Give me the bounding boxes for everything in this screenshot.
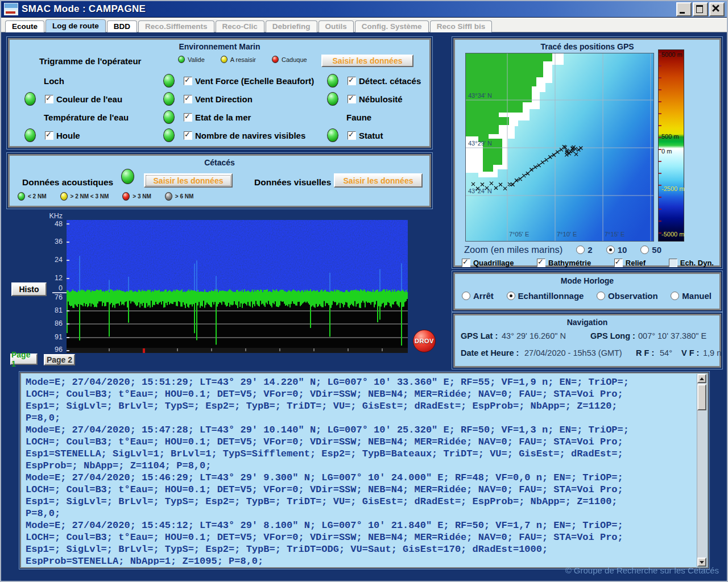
environment-grid: Loch Vent Force (Echelle Beaufort) Détec… [16, 72, 424, 144]
legend-item: > 3 NM [122, 192, 151, 201]
rf-label: R F : [636, 348, 654, 357]
status-led [327, 92, 338, 106]
acoustic-enter-data-button[interactable]: Saisir les données [144, 173, 233, 188]
depth-colorbar: 5000 m 500 m 0 m -2500 m -5000 m [658, 49, 684, 242]
clock-mode-option[interactable]: Echantillonnage [507, 291, 584, 301]
log-line: P=8,0; [26, 508, 695, 519]
clock-mode-option[interactable]: Observation [597, 291, 658, 301]
radio-icon[interactable] [507, 292, 515, 300]
cetaceans-panel: Cétacés Données acoustiques Saisir les d… [8, 154, 431, 207]
checkbox[interactable] [184, 77, 192, 85]
clock-mode-option[interactable]: Manuel [671, 291, 712, 301]
close-button[interactable] [709, 2, 725, 16]
environment-panel: Environnement Marin Trigramme de l'opéra… [8, 38, 431, 148]
lon-label: 7°15' E [605, 231, 624, 238]
minimize-button[interactable] [676, 2, 692, 16]
histo-button[interactable]: Histo [11, 282, 47, 296]
lat-label: 43°29' N [468, 140, 492, 147]
level-tick: 81 [48, 306, 63, 314]
checkbox[interactable] [348, 77, 356, 85]
item-label: Houle [56, 131, 80, 140]
zoom-option[interactable]: 50 [640, 245, 661, 255]
log-line: Esp1=; SigLvl=; BrLvl=; TypS=; Esp2=; Ty… [26, 496, 695, 508]
item-label: Couleur de l'eau [56, 94, 122, 104]
radio-icon[interactable] [606, 246, 615, 254]
legend-item: Caduque [272, 56, 307, 63]
page2-button[interactable]: Page 2 [44, 354, 75, 365]
lon-label: 7°05' E [509, 231, 529, 238]
scroll-up-button[interactable] [697, 374, 706, 383]
radio-icon[interactable] [597, 292, 605, 300]
checkbox[interactable] [462, 259, 470, 267]
zoom-options: 21050 [576, 245, 661, 255]
env-enter-data-button[interactable]: Saisir les données [321, 55, 413, 67]
checkbox[interactable] [614, 259, 623, 267]
maximize-button[interactable] [693, 2, 708, 16]
tab[interactable]: Reco Siffl bis [430, 20, 493, 32]
log-line: Esp1=; SigLvl=; BrLvl=; TypS=; Esp2=; Ty… [26, 400, 695, 412]
map-layer-toggles: QuadrillageBathymétrieReliefEch. Dyn. [462, 259, 714, 267]
item-label: Etat de la mer [195, 113, 251, 122]
layer-toggle[interactable]: Bathymétrie [537, 259, 591, 267]
log-scrollbar[interactable] [697, 374, 707, 567]
log-line: EspProb=STENELLA; NbApp=1; Z=1095; P=8,0… [26, 555, 695, 565]
drov-button[interactable]: DROV [413, 330, 436, 352]
window-title: SMAC Mode : CAMPAGNE [22, 3, 146, 15]
legend-item: > 2 NM < 3 NM [60, 192, 109, 201]
depth-label: -2500 m [661, 185, 684, 192]
checkbox[interactable] [45, 131, 53, 140]
page1-button[interactable]: Page 1 [10, 354, 38, 365]
tab[interactable]: Outils [318, 20, 354, 32]
checkbox[interactable] [184, 95, 192, 103]
layer-toggle[interactable]: Ech. Dyn. [669, 259, 714, 267]
tab[interactable]: BDD [107, 20, 137, 32]
checkbox[interactable] [348, 131, 356, 140]
checkbox[interactable] [184, 131, 192, 140]
tab[interactable]: Reco.Sifflements [138, 20, 214, 32]
checkbox[interactable] [348, 95, 356, 103]
navigation-title: Navigation [455, 318, 719, 327]
legend-item: A resaisir [221, 56, 256, 63]
smac-window: SMAC Mode : CAMPAGNE EcouteLog de routeB… [0, 0, 728, 582]
log-line: Esp1=; SigLvl=; BrLvl=; TypS=; Esp2=; Ty… [26, 543, 695, 555]
environment-item: Etat de la mer [153, 108, 324, 126]
checkbox[interactable] [537, 259, 545, 267]
checkbox[interactable] [669, 259, 677, 267]
log-output[interactable]: Mode=E; 27/04/2020; 15:51:29; LT=43° 29'… [26, 376, 695, 565]
gps-lat-value: 43° 29' 16.260" N [502, 331, 566, 340]
legend-item: < 2 NM [18, 192, 47, 201]
tab-bar: EcouteLog de routeBDDReco.SifflementsRec… [1, 18, 727, 32]
layer-toggle[interactable]: Relief [614, 259, 646, 267]
visual-enter-data-button[interactable]: Saisir les données [334, 173, 423, 188]
tab[interactable]: Config. Système [355, 20, 429, 32]
radio-icon[interactable] [640, 246, 649, 254]
checkbox[interactable] [184, 113, 192, 122]
layer-toggle[interactable]: Quadrillage [462, 259, 514, 267]
led-icon [165, 192, 172, 201]
led-icon [272, 56, 279, 63]
radio-icon[interactable] [462, 292, 470, 300]
item-label: Température de l'eau [44, 113, 129, 122]
status-led [24, 128, 36, 142]
minimize-icon [680, 12, 685, 14]
zoom-option[interactable]: 2 [576, 245, 592, 255]
log-line: P=8,0; [26, 412, 695, 424]
tab[interactable]: Reco-Clic [216, 20, 264, 32]
tab[interactable]: Ecoute [5, 20, 44, 32]
tab[interactable]: Log de route [46, 19, 106, 32]
radio-icon[interactable] [671, 292, 679, 300]
item-label: Nombre de navires visibles [195, 131, 305, 140]
radio-icon[interactable] [576, 246, 585, 254]
clock-mode-option[interactable]: Arrêt [462, 291, 494, 301]
scrollbar-thumb[interactable] [697, 384, 706, 410]
tab[interactable]: Debriefing [266, 20, 317, 32]
clock-mode-options: ArrêtEchantillonnageObservationManuel [462, 291, 712, 301]
log-panel: Mode=E; 27/04/2020; 15:51:29; LT=43° 29'… [20, 372, 709, 568]
zoom-option[interactable]: 10 [606, 245, 627, 255]
checkbox[interactable] [45, 95, 53, 103]
depth-label: -5000 m [661, 231, 684, 238]
level-tick: 86 [48, 319, 63, 327]
status-led [24, 92, 36, 106]
log-line: Mode=E; 27/04/2020; 15:51:29; LT=43° 29'… [26, 376, 695, 388]
freq-tick: 48 [48, 220, 63, 228]
